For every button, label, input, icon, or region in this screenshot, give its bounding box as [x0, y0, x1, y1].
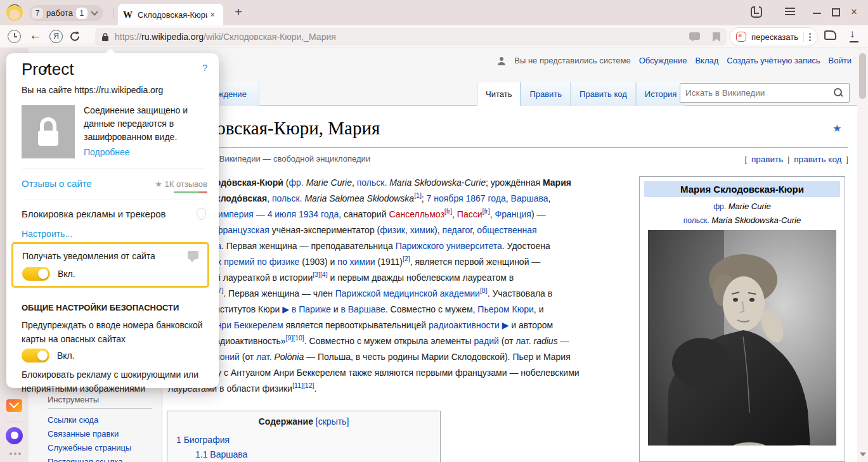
tabs-panel-icon[interactable] [824, 30, 836, 40]
refresh-icon[interactable] [68, 30, 82, 43]
wiki-link[interactable]: польск. [357, 177, 387, 188]
help-link[interactable]: ? [202, 62, 207, 73]
bookmark-icon[interactable] [713, 32, 720, 42]
new-tab-button[interactable]: + [231, 5, 246, 20]
wiki-link[interactable]: Пьером Кюри [477, 304, 534, 314]
personal-link[interactable]: Обсуждение [639, 56, 687, 65]
wiki-link[interactable]: 4 июля [268, 209, 296, 219]
sidebar-more-icon[interactable] [10, 452, 21, 455]
wiki-link[interactable]: Франция [495, 209, 531, 219]
reference-link[interactable]: [fr] [483, 207, 490, 215]
reference-link[interactable]: [1] [414, 191, 422, 199]
profile-avatar[interactable] [6, 4, 23, 21]
wiki-link[interactable]: химик [410, 225, 434, 235]
wiki-link[interactable]: в Варшаве [340, 304, 385, 314]
toc-link[interactable]: 1 Биография [176, 435, 230, 445]
more-options-icon[interactable] [809, 32, 811, 42]
alice-assistant-icon[interactable] [6, 427, 23, 444]
active-tab[interactable]: W Склодовская-Кюри, Ма × [118, 4, 223, 25]
watchlist-star-icon[interactable]: ★ [832, 122, 841, 134]
secure-connection-text: Соединение защищено и данные передаются … [84, 104, 211, 144]
yandex-icon[interactable]: Я [49, 30, 63, 43]
wiki-link[interactable]: радий [474, 336, 498, 346]
wiki-tab[interactable]: Править код [571, 82, 636, 106]
bookmarks-panel-icon[interactable] [751, 6, 762, 18]
infobox-pl-name: польск. Maria Skłodowska-Curie [644, 215, 840, 225]
site-reviews-link[interactable]: Отзывы о сайте [22, 178, 92, 189]
personal-link[interactable]: Создать учётную запись [727, 56, 820, 65]
fr-lang-link[interactable]: фр. [713, 202, 726, 211]
tab-group[interactable]: 7 работа 1 [29, 5, 103, 21]
reference-link[interactable]: [2] [403, 255, 410, 262]
wiki-tab[interactable]: Править [521, 82, 571, 106]
card-warning-toggle[interactable] [22, 349, 49, 363]
edit-link[interactable]: править [751, 155, 783, 164]
wiki-link[interactable]: по химии [337, 257, 375, 267]
wiki-link[interactable]: фр. [289, 177, 304, 188]
wiki-link[interactable]: ▶ [502, 320, 509, 330]
wiki-link[interactable]: польск. [272, 193, 302, 203]
red-link[interactable]: Санселльмоз [389, 209, 444, 219]
wiki-link[interactable]: Варшава [511, 193, 548, 203]
reference-link[interactable]: [fr] [444, 207, 452, 215]
details-link[interactable]: Подробнее [84, 147, 130, 157]
toc-hide-link[interactable]: [скрыть] [316, 416, 349, 427]
tab-close-icon[interactable]: × [210, 10, 215, 20]
reference-link[interactable]: [8] [480, 286, 488, 294]
pl-lang-link[interactable]: польск. [683, 216, 709, 225]
wiki-link[interactable]: французская [216, 225, 269, 235]
wiki-link[interactable]: ▶ [282, 304, 289, 314]
wiki-tab-label[interactable]: Править [529, 89, 562, 99]
sidebar-tool-link[interactable]: Служебные страницы [48, 443, 131, 452]
wiki-tab[interactable]: Читать [477, 82, 521, 106]
mail-icon[interactable] [6, 399, 22, 412]
wiki-link[interactable]: 1934 года [299, 209, 339, 219]
edit-code-link[interactable]: править код [794, 155, 841, 164]
wiki-tab-label[interactable]: История [645, 89, 677, 99]
personal-link[interactable]: Войти [829, 56, 852, 65]
wiki-link[interactable]: Парижской медицинской академии [335, 288, 480, 298]
infobox-photo[interactable] [648, 230, 836, 446]
history-clock-icon[interactable] [8, 30, 21, 43]
search-input[interactable] [685, 88, 832, 98]
lock-icon[interactable] [101, 32, 109, 42]
reference-link[interactable]: [9][10] [286, 334, 304, 342]
wiki-link[interactable]: физик [380, 225, 405, 235]
minimize-button[interactable] [813, 13, 821, 14]
search-icon[interactable] [832, 87, 844, 99]
maximize-button[interactable] [832, 8, 840, 16]
download-icon[interactable]: ↓ [850, 28, 855, 41]
wiki-tab[interactable]: История [636, 82, 685, 106]
red-link[interactable]: Пасси [457, 209, 483, 219]
wiki-link[interactable]: лат. [515, 336, 531, 346]
toc-link[interactable]: 1.1 Варшава [195, 449, 247, 459]
scrollbar-down-arrow[interactable] [860, 452, 866, 456]
chevron-down-icon[interactable] [91, 8, 98, 15]
wiki-link[interactable]: Парижского университета [396, 241, 502, 251]
back-button[interactable]: ← [29, 28, 42, 42]
retell-button[interactable]: пересказать [729, 27, 818, 46]
sidebar-tool-link[interactable]: Ссылки сюда [48, 415, 98, 425]
menu-icon[interactable] [785, 8, 795, 16]
wiki-link[interactable]: в Париже [292, 304, 331, 314]
wiki-link[interactable]: 7 ноября [427, 193, 463, 203]
configure-link[interactable]: Настроить... [22, 229, 72, 239]
sidebar-tool-link[interactable]: Связанные правки [48, 429, 119, 439]
close-window-button[interactable]: × [851, 6, 857, 18]
wiki-link[interactable]: педагог [443, 225, 472, 235]
page-scrollbar[interactable] [857, 48, 868, 462]
address-bar[interactable]: https://ru.wikipedia.org/wiki/Склодовска… [95, 28, 727, 46]
sidebar-tool-link[interactable]: Постоянная ссылка [48, 457, 123, 462]
comment-icon[interactable] [689, 32, 700, 42]
wiki-link[interactable]: 1867 года [466, 193, 506, 203]
scrollbar-thumb[interactable] [859, 53, 866, 99]
wiki-link[interactable]: общественная [477, 225, 536, 235]
personal-link[interactable]: Вклад [695, 56, 718, 65]
reference-link[interactable]: [3][4] [313, 271, 327, 278]
wiki-link[interactable]: лат. [256, 352, 271, 362]
reference-link[interactable]: [11][12] [292, 382, 314, 389]
wiki-link[interactable]: радиоактивности [429, 320, 500, 330]
wiki-tab-label[interactable]: Читать [486, 89, 512, 99]
notifications-toggle[interactable] [22, 267, 50, 281]
wiki-tab-label[interactable]: Править код [580, 89, 627, 99]
